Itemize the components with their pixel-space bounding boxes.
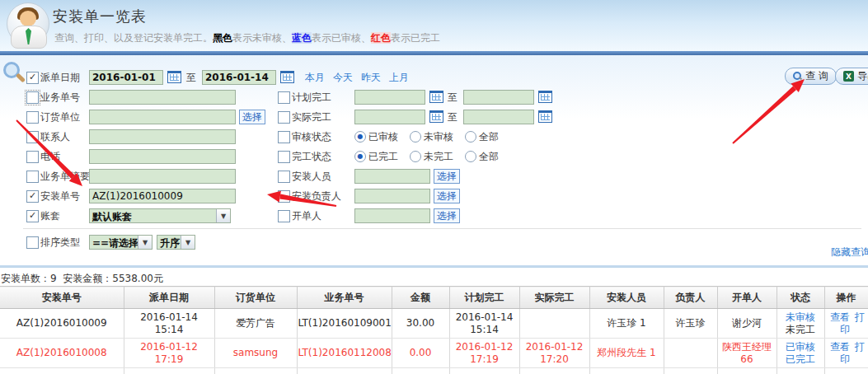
dispatch-date-from-input[interactable] <box>89 70 163 85</box>
link-yesterday[interactable]: 昨天 <box>361 69 381 86</box>
biz-summary-input[interactable] <box>89 169 236 184</box>
table-cell: LT(1)20160112008 <box>297 339 392 368</box>
biz-no-label: 业务单号 <box>40 89 80 105</box>
link-this-month[interactable]: 本月 <box>305 69 325 86</box>
page-subtitle: 查询、打印、以及登记安装单完工。黑色表示未审核、蓝色表示已审核、红色表示已完工 <box>54 31 440 45</box>
finish-status-radio-unfinished[interactable] <box>410 151 421 162</box>
actions-cell: 查看打印 <box>824 339 868 368</box>
install-no-input[interactable] <box>89 189 236 203</box>
calendar-icon[interactable] <box>167 71 181 83</box>
col-header: 操作 <box>824 287 868 309</box>
account-checkbox[interactable]: ✓ <box>26 210 39 222</box>
link-today[interactable]: 今天 <box>333 69 353 86</box>
audit-status-label: 审核状态 <box>292 129 331 145</box>
order-unit-input[interactable] <box>89 110 236 124</box>
calendar-icon[interactable] <box>538 110 552 123</box>
subtitle-text: 表示未审核、 <box>232 32 292 44</box>
query-button[interactable]: 查 询 <box>785 68 837 85</box>
status-text[interactable]: 已完工 <box>778 353 823 366</box>
avatar-face <box>20 11 36 26</box>
creator-select-button[interactable]: 选择 <box>434 208 460 223</box>
plan-finish-from-input[interactable] <box>354 90 425 105</box>
divider <box>23 228 861 229</box>
installer-checkbox[interactable] <box>278 171 290 183</box>
table-cell: 许玉珍 <box>664 309 717 339</box>
calendar-icon[interactable] <box>538 91 552 103</box>
creator-checkbox[interactable] <box>278 210 290 222</box>
calendar-icon[interactable] <box>429 110 443 123</box>
action-link[interactable]: 查看 <box>830 311 850 323</box>
installer-select-button[interactable]: 选择 <box>434 169 460 184</box>
order-unit-checkbox[interactable] <box>26 111 39 124</box>
actual-finish-from-input[interactable] <box>354 110 425 124</box>
table-cell: 0.00 <box>392 339 449 368</box>
hide-query-link[interactable]: 隐藏查询 <box>831 245 868 259</box>
biz-summary-checkbox[interactable] <box>26 171 39 183</box>
table-cell <box>664 368 717 374</box>
plan-finish-to-input[interactable] <box>463 90 534 105</box>
phone-input[interactable] <box>89 149 236 164</box>
col-header: 实际完工 <box>519 287 589 309</box>
filter-row-installer: 安装人员 选择 <box>276 168 523 185</box>
legend-black: 黑色 <box>213 32 232 44</box>
link-last-month[interactable]: 上月 <box>389 69 409 86</box>
sort-type-select[interactable]: ==请选择== <box>89 235 152 250</box>
filter-row-dispatch-date: ✓ 派单日期 至 本月 今天 昨天 上月 <box>25 69 552 86</box>
contact-input[interactable] <box>89 129 236 144</box>
audit-status-radio-unaudited[interactable] <box>410 131 421 143</box>
installer-input[interactable] <box>354 169 430 184</box>
actual-finish-checkbox[interactable] <box>278 111 290 124</box>
install-leader-select-button[interactable]: 选择 <box>434 189 460 203</box>
filter-row-contact: 联系人 <box>25 129 272 145</box>
audit-status-checkbox[interactable] <box>278 131 290 143</box>
radio-label: 全部 <box>479 130 499 144</box>
col-header: 金额 <box>392 287 449 309</box>
account-select[interactable]: 默认账套 <box>89 208 231 223</box>
table-cell <box>0 368 124 374</box>
biz-no-checkbox[interactable] <box>26 91 39 104</box>
status-text[interactable]: 未审核 <box>778 311 823 324</box>
col-header: 状态 <box>777 287 824 309</box>
subtitle-text: 表示已审核、 <box>312 32 371 44</box>
sort-type-checkbox[interactable] <box>26 236 39 249</box>
dispatch-date-checkbox[interactable]: ✓ <box>26 72 39 84</box>
order-unit-select-button[interactable]: 选择 <box>239 110 265 124</box>
install-leader-input[interactable] <box>354 189 430 203</box>
finish-status-radio-all[interactable] <box>465 151 476 162</box>
finish-status-radio-finished[interactable]: ● <box>354 151 366 162</box>
export-button[interactable]: 导出 <box>835 68 868 85</box>
filter-row-creator: 开单人 选择 <box>276 208 523 224</box>
audit-status-radio-all[interactable] <box>465 131 476 143</box>
chevron-down-icon <box>216 209 230 222</box>
creator-input[interactable] <box>354 208 430 223</box>
status-text[interactable]: 已审核 <box>778 341 823 353</box>
biz-no-input[interactable] <box>89 90 236 105</box>
filter-row-install-no: ✓ 安装单号 <box>25 188 272 204</box>
finish-status-checkbox[interactable] <box>278 151 290 163</box>
dispatch-date-to-input[interactable] <box>202 70 276 85</box>
calendar-icon[interactable] <box>429 91 443 103</box>
actual-finish-to-input[interactable] <box>463 110 534 124</box>
phone-checkbox[interactable] <box>26 151 39 163</box>
results-top-divider <box>0 267 868 268</box>
subtitle-text: 表示已完工 <box>391 32 440 44</box>
table-cell: 2016-01-14 15:14 <box>124 309 214 339</box>
action-link[interactable]: 查看 <box>830 341 850 353</box>
finish-status-radio-group: ●已完工 未完工 全部 <box>354 148 499 165</box>
sort-type-select-value: ==请选择== <box>90 236 138 249</box>
audit-status-radio-group: ●已审核 未审核 全部 <box>354 129 499 145</box>
sort-order-select[interactable]: 升序 <box>157 235 195 250</box>
calendar-icon[interactable] <box>280 71 294 83</box>
contact-checkbox[interactable] <box>26 131 39 143</box>
install-leader-checkbox[interactable] <box>278 190 290 203</box>
audit-status-radio-audited[interactable]: ● <box>354 131 366 143</box>
chevron-down-icon <box>181 236 195 249</box>
plan-finish-checkbox[interactable] <box>278 91 290 104</box>
filter-row-install-leader: 安装负责人 选择 <box>276 188 523 204</box>
table-cell: 郑州段先生 0.8 <box>589 368 664 374</box>
actions-cell <box>824 368 868 374</box>
amount-label: 安装金额： <box>63 273 112 284</box>
results-stats: 安装单数：9 安装金额：5538.00元 <box>1 272 163 286</box>
install-no-checkbox[interactable]: ✓ <box>26 190 39 203</box>
order-unit-label: 订货单位 <box>40 109 80 125</box>
